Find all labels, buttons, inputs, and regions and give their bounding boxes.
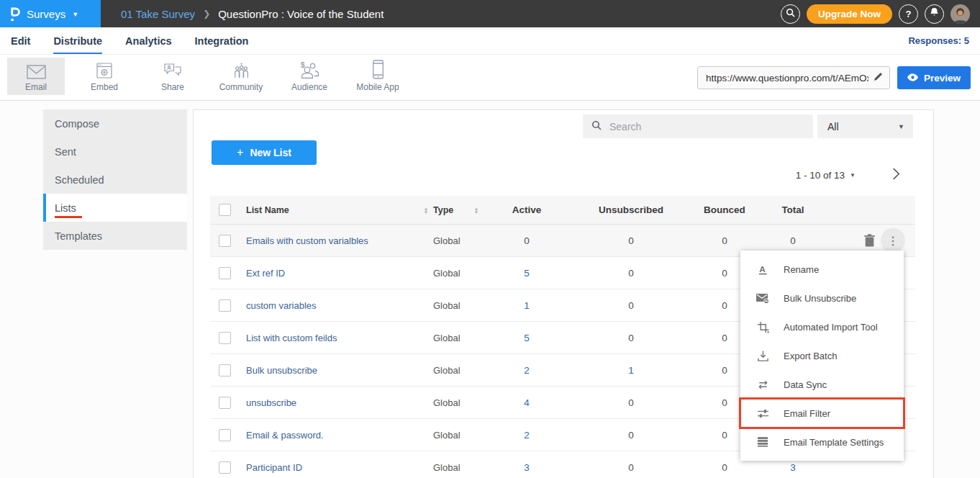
bounced-count[interactable]: 0	[692, 235, 757, 246]
active-count[interactable]: 3	[484, 462, 570, 473]
edit-url-icon[interactable]	[874, 71, 883, 84]
eye-icon	[907, 73, 918, 84]
channel-item[interactable]: $ Audience	[281, 58, 338, 95]
unsubscribed-count[interactable]: 0	[570, 397, 692, 408]
nav-tab[interactable]: Edit	[11, 27, 30, 54]
context-menu-item[interactable]: Email Template Settings	[740, 428, 904, 456]
column-header-active[interactable]: Active	[484, 204, 570, 215]
unsubscribed-count[interactable]: 0	[570, 333, 692, 343]
search-box[interactable]	[583, 114, 813, 138]
list-name-link[interactable]: Email & password.	[246, 430, 324, 441]
column-header-total[interactable]: Total	[757, 204, 829, 215]
sidebar-item[interactable]: Compose	[43, 109, 187, 137]
sidebar-item[interactable]: Templates	[43, 222, 187, 250]
active-count[interactable]: 0	[484, 235, 570, 246]
context-menu-item-label: Rename	[784, 264, 819, 275]
sidebar-item[interactable]: Scheduled	[43, 166, 187, 194]
unsubscribed-count[interactable]: 0	[570, 235, 692, 246]
column-header-bounced[interactable]: Bounced	[692, 204, 757, 215]
new-list-button[interactable]: + New List	[212, 140, 317, 165]
pagination[interactable]: 1 - 10 of 13 ▼	[796, 170, 856, 181]
topbar-actions: Upgrade Now ?	[781, 4, 980, 24]
row-checkbox[interactable]	[219, 364, 231, 376]
select-all-checkbox[interactable]	[219, 204, 231, 216]
active-count[interactable]: 4	[484, 397, 570, 408]
unsubscribed-count[interactable]: 0	[570, 430, 692, 441]
list-type: Global	[433, 397, 469, 408]
bounced-count[interactable]: 0	[692, 462, 757, 473]
list-type: Global	[433, 268, 469, 279]
row-checkbox[interactable]	[219, 332, 231, 344]
notifications-button[interactable]	[925, 4, 944, 24]
channel-item[interactable]: Community	[212, 58, 270, 95]
active-count[interactable]: 2	[484, 430, 570, 441]
delete-list-button[interactable]	[864, 234, 875, 247]
channel-item[interactable]: Email	[7, 58, 65, 95]
unsubscribed-count[interactable]: 1	[570, 365, 692, 376]
upgrade-now-button[interactable]: Upgrade Now	[807, 4, 892, 24]
community-icon	[232, 60, 250, 79]
unsubscribed-count[interactable]: 0	[570, 300, 692, 311]
row-menu-button[interactable]: ⋮	[881, 228, 905, 253]
sidebar-item[interactable]: Sent	[43, 137, 187, 166]
nav-tab[interactable]: Integration	[195, 27, 249, 54]
list-name-link[interactable]: custom variables	[246, 300, 317, 311]
column-header-type[interactable]: Type	[433, 205, 469, 215]
sort-icon[interactable]: ▲▼	[469, 207, 484, 214]
help-button[interactable]: ?	[899, 4, 918, 24]
active-count[interactable]: 5	[484, 268, 570, 279]
filter-dropdown[interactable]: All ▼	[817, 114, 913, 138]
row-checkbox[interactable]	[219, 267, 231, 279]
product-switcher[interactable]: Surveys ▼	[0, 0, 101, 27]
context-menu-item[interactable]: Automated Import Tool	[740, 312, 904, 341]
sidebar-item-label: Lists	[55, 202, 76, 214]
total-count[interactable]: 3	[757, 462, 829, 473]
avatar[interactable]	[950, 4, 970, 24]
list-name-link[interactable]: unsubscribe	[246, 397, 296, 408]
context-menu-item[interactable]: Email Filter	[740, 399, 904, 428]
channel-item[interactable]: Mobile App	[349, 58, 407, 95]
list-name-link[interactable]: Ext ref ID	[246, 268, 285, 279]
active-count[interactable]: 1	[484, 300, 570, 311]
list-type: Global	[433, 333, 469, 343]
list-name-link[interactable]: Emails with custom varialbles	[246, 235, 368, 246]
new-list-label: New List	[250, 147, 291, 158]
context-menu-item[interactable]: Export Batch	[740, 341, 904, 370]
context-menu-item[interactable]: Data Sync	[740, 370, 904, 399]
nav-tab[interactable]: Analytics	[125, 27, 171, 54]
channel-item[interactable]: Share	[144, 58, 201, 95]
sort-icon[interactable]: ▲▼	[419, 207, 433, 214]
list-type: Global	[433, 365, 469, 376]
column-header-unsubscribed[interactable]: Unsubscribed	[570, 204, 692, 215]
column-header-list-name[interactable]: List Name	[242, 205, 419, 215]
channel-item[interactable]: Embed	[76, 58, 133, 95]
list-name-link[interactable]: Participant ID	[246, 462, 302, 473]
row-checkbox[interactable]	[219, 429, 231, 441]
survey-url-field[interactable]: https://www.questionpro.com/t/AEmOx	[697, 66, 890, 89]
context-menu-item[interactable]: Bulk Unsubscribe	[740, 284, 904, 312]
breadcrumb-survey-link[interactable]: 01 Take Survey	[121, 8, 195, 20]
responses-count[interactable]: Responses: 5	[908, 35, 969, 46]
list-name-link[interactable]: Bulk unsubscribe	[246, 365, 317, 376]
unsubscribed-count[interactable]: 0	[570, 268, 692, 279]
questionpro-logo-icon	[9, 6, 20, 22]
row-checkbox[interactable]	[219, 397, 231, 409]
row-checkbox[interactable]	[219, 235, 231, 247]
sidebar-item[interactable]: Lists	[43, 194, 187, 222]
context-menu-item-label: Bulk Unsubscribe	[784, 293, 856, 304]
nav-tab[interactable]: Distribute	[53, 27, 102, 54]
preview-button[interactable]: Preview	[897, 66, 971, 89]
channel-label: Share	[161, 82, 184, 92]
search-button[interactable]	[781, 4, 800, 24]
active-count[interactable]: 2	[484, 365, 570, 376]
row-checkbox[interactable]	[219, 299, 231, 312]
active-count[interactable]: 5	[484, 333, 570, 343]
context-menu-item[interactable]: A Rename	[740, 255, 904, 284]
total-count[interactable]: 0	[757, 235, 829, 246]
unsubscribed-count[interactable]: 0	[570, 462, 692, 473]
list-search-input[interactable]	[608, 120, 806, 133]
list-name-link[interactable]: List with custom feilds	[246, 333, 337, 343]
sidebar-item-label: Compose	[55, 118, 99, 130]
row-checkbox[interactable]	[219, 461, 231, 474]
next-page-button[interactable]	[892, 168, 900, 183]
